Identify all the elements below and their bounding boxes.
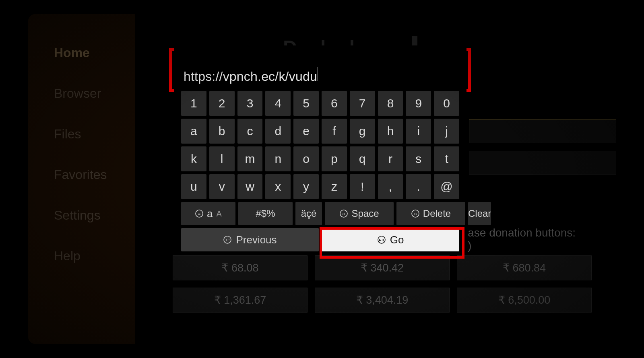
key-w[interactable]: w — [237, 174, 263, 199]
sidebar-item-settings[interactable]: Settings — [54, 208, 135, 223]
donation-button[interactable]: ₹ 68.08 — [173, 255, 308, 280]
go-button[interactable]: ▸ıı Go — [322, 228, 459, 251]
sidebar-item-home[interactable]: Home — [54, 45, 135, 60]
key-accents[interactable]: äçé — [295, 202, 322, 225]
donation-button[interactable]: ₹ 3,404.19 — [315, 288, 450, 313]
donation-button[interactable]: ₹ 340.42 — [315, 255, 450, 280]
key-t[interactable]: t — [434, 146, 459, 171]
key-symbols[interactable]: #$% — [238, 202, 293, 225]
key-shift-case[interactable]: ≡ aA — [181, 202, 235, 225]
donation-button[interactable]: ₹ 1,361.67 — [173, 288, 308, 313]
key-d[interactable]: d — [265, 119, 291, 144]
key-delete[interactable]: ‹‹ Delete — [396, 202, 465, 225]
svg-text:››: ›› — [343, 211, 346, 216]
donation-hint-text: ase donation buttons: ) — [468, 226, 576, 252]
donation-buttons-grid: ₹ 68.08 ₹ 340.42 ₹ 680.84 ₹ 1,361.67 ₹ 3… — [173, 255, 592, 313]
svg-text:▸ıı: ▸ıı — [379, 237, 384, 242]
key-a[interactable]: a — [181, 119, 206, 144]
key-b[interactable]: b — [209, 119, 235, 144]
key-k[interactable]: k — [181, 146, 206, 171]
url-input[interactable]: https://vpnch.ec/k/vudu — [184, 67, 457, 85]
key-1[interactable]: 1 — [181, 91, 206, 116]
key-n[interactable]: n — [265, 146, 291, 171]
key-l[interactable]: l — [209, 146, 235, 171]
text-caret — [318, 67, 318, 81]
onscreen-keyboard-modal: https://vpnch.ec/k/vudu 1 2 3 4 5 6 7 8 … — [174, 45, 466, 255]
back-circle-icon: ↩ — [223, 235, 232, 244]
key-exclaim[interactable]: ! — [350, 174, 375, 199]
play-pause-circle-icon: ▸ıı — [377, 235, 386, 244]
keyboard-function-row: ≡ aA #$% äçé ›› Space ‹‹ Delete Clear — [174, 199, 466, 225]
donation-button[interactable]: ₹ 680.84 — [457, 255, 592, 280]
key-7[interactable]: 7 — [350, 91, 375, 116]
sidebar-item-help[interactable]: Help — [54, 249, 135, 263]
donation-button[interactable]: ₹ 6,500.00 — [457, 288, 592, 313]
key-q[interactable]: q — [350, 146, 375, 171]
key-8[interactable]: 8 — [378, 91, 403, 116]
sidebar-item-files[interactable]: Files — [54, 127, 135, 142]
key-y[interactable]: y — [293, 174, 319, 199]
key-5[interactable]: 5 — [293, 91, 319, 116]
sidebar-item-favorites[interactable]: Favorites — [54, 167, 135, 182]
key-4[interactable]: 4 — [265, 91, 291, 116]
key-comma[interactable]: , — [378, 174, 403, 199]
keyboard-grid: 1 2 3 4 5 6 7 8 9 0 a b c d e f g h i j … — [174, 87, 466, 199]
key-z[interactable]: z — [322, 174, 347, 199]
sidebar-item-browser[interactable]: Browser — [54, 86, 135, 101]
key-v[interactable]: v — [209, 174, 235, 199]
key-r[interactable]: r — [378, 146, 403, 171]
key-i[interactable]: i — [406, 119, 431, 144]
url-field-container: https://vpnch.ec/k/vudu — [174, 45, 466, 87]
key-space[interactable]: ›› Space — [325, 202, 394, 225]
key-0[interactable]: 0 — [434, 91, 459, 116]
key-at[interactable]: @ — [434, 174, 459, 199]
fast-forward-circle-icon: ›› — [339, 209, 348, 218]
key-j[interactable]: j — [434, 119, 459, 144]
key-o[interactable]: o — [293, 146, 319, 171]
menu-circle-icon: ≡ — [195, 209, 204, 218]
keyboard-nav-row: ↩ Previous ▸ıı Go — [174, 225, 466, 251]
svg-text:↩: ↩ — [226, 237, 229, 242]
key-3[interactable]: 3 — [237, 91, 263, 116]
key-g[interactable]: g — [350, 119, 375, 144]
rewind-circle-icon: ‹‹ — [411, 209, 420, 218]
key-h[interactable]: h — [378, 119, 403, 144]
key-9[interactable]: 9 — [406, 91, 431, 116]
screen: Home Browser Files Favorites Settings He… — [28, 14, 616, 344]
key-6[interactable]: 6 — [322, 91, 347, 116]
key-x[interactable]: x — [265, 174, 291, 199]
key-e[interactable]: e — [293, 119, 319, 144]
svg-text:‹‹: ‹‹ — [414, 211, 417, 216]
key-f[interactable]: f — [322, 119, 347, 144]
key-2[interactable]: 2 — [209, 91, 235, 116]
key-period[interactable]: . — [406, 174, 431, 199]
key-u[interactable]: u — [181, 174, 206, 199]
sidebar: Home Browser Files Favorites Settings He… — [28, 14, 135, 344]
key-m[interactable]: m — [237, 146, 263, 171]
key-p[interactable]: p — [322, 146, 347, 171]
key-c[interactable]: c — [237, 119, 263, 144]
bg-url-input-outline — [469, 119, 616, 143]
key-s[interactable]: s — [406, 146, 431, 171]
bg-secondary-input-outline — [469, 151, 616, 175]
key-clear[interactable]: Clear — [468, 202, 491, 225]
previous-button[interactable]: ↩ Previous — [181, 228, 319, 251]
url-input-value: https://vpnch.ec/k/vudu — [184, 69, 317, 84]
svg-text:≡: ≡ — [198, 211, 200, 216]
